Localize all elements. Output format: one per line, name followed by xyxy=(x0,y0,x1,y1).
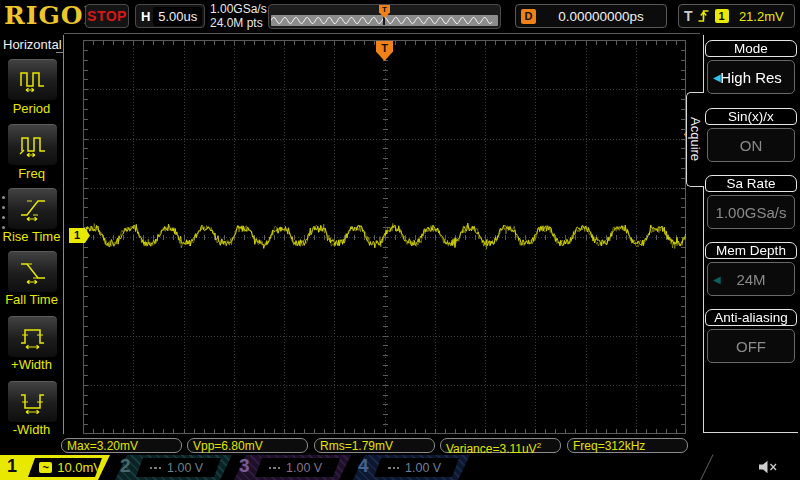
delay-value: 0.00000000ps xyxy=(536,9,666,24)
ac-coupling-icon: ~ xyxy=(39,462,52,473)
freq-icon xyxy=(18,132,48,158)
acquire-tab-label: Acquire xyxy=(688,117,703,161)
variance-readout: Variance=3.11uV xyxy=(446,442,537,456)
dc-coupling-icon xyxy=(150,467,161,469)
rising-edge-icon xyxy=(697,8,710,24)
channel1-number: 1 xyxy=(7,456,17,477)
mode-value: High Res xyxy=(720,69,782,86)
measure-rise-time-button[interactable] xyxy=(7,187,58,230)
measurement-variance: Variance=3.11uV2 xyxy=(440,438,561,453)
fall-time-label: Fall Time xyxy=(0,292,63,307)
trigger-box[interactable]: T 1 21.2mV xyxy=(678,4,795,28)
channel1-settings-box[interactable]: ~ 10.0mV xyxy=(28,458,102,477)
sa-rate-label: Sa Rate xyxy=(705,175,797,192)
plus-width-icon xyxy=(18,324,48,350)
period-label: Period xyxy=(0,101,63,116)
channel4-scale: 1.00 V xyxy=(405,461,441,475)
measure-minus-width-button[interactable] xyxy=(7,380,58,423)
mem-depth-value: 24M xyxy=(736,271,765,288)
horizontal-timebase-box[interactable]: H 5.00us xyxy=(135,4,205,28)
mode-label: Mode xyxy=(705,40,797,57)
trigger-label: T xyxy=(684,8,693,24)
measure-period-button[interactable] xyxy=(7,58,58,101)
measurement-freq: Freq=312kHz xyxy=(567,438,688,453)
anti-aliasing-value-button[interactable]: OFF xyxy=(707,329,795,363)
vpp-readout: Vpp=6.80mV xyxy=(193,439,263,453)
channel2-scale: 1.00 V xyxy=(167,461,203,475)
anti-aliasing-value: OFF xyxy=(736,338,766,355)
acquire-menu-tab[interactable]: Acquire xyxy=(686,92,704,187)
speaker-muted-icon[interactable] xyxy=(757,460,779,474)
variance-exponent: 2 xyxy=(537,441,541,450)
max-readout: Max=3.20mV xyxy=(67,439,138,453)
channel4-settings-box[interactable]: 1.00 V xyxy=(374,458,459,477)
sa-rate-value-text: 1.00GSa/s xyxy=(716,204,787,221)
run-state-button[interactable]: STOP xyxy=(85,4,129,28)
left-panel-border xyxy=(63,35,64,434)
measure-fall-time-button[interactable] xyxy=(7,250,58,293)
period-icon xyxy=(18,67,48,93)
delay-box[interactable]: D 0.00000000ps xyxy=(515,4,667,28)
freq-readout: Freq=312kHz xyxy=(573,439,645,453)
delay-label: D xyxy=(521,9,536,24)
left-menu-title-underline xyxy=(56,52,64,53)
sample-rate: 1.00GSa/s xyxy=(210,2,267,16)
horizontal-label: H xyxy=(141,9,150,24)
right-panel-frame xyxy=(703,35,798,433)
channel2-number: 2 xyxy=(120,455,131,477)
measure-plus-width-button[interactable] xyxy=(7,315,58,358)
left-arrow-dim-icon: ◀ xyxy=(713,274,721,285)
memory-points: 24.0M pts xyxy=(210,16,267,30)
channel3-scale: 1.00 V xyxy=(286,461,322,475)
timebase-value: 5.00us xyxy=(153,7,202,26)
trigger-level-value: 21.2mV xyxy=(729,9,794,24)
minus-width-label: -Width xyxy=(0,422,63,437)
channel3-settings-box[interactable]: 1.00 V xyxy=(255,458,340,477)
freq-label: Freq xyxy=(0,166,63,181)
plus-width-label: +Width xyxy=(0,357,63,372)
plot-top-separator xyxy=(64,33,700,34)
fall-time-icon xyxy=(18,259,48,285)
menu-scroll-dots xyxy=(2,196,5,229)
rise-time-label: Rise Time xyxy=(0,229,63,244)
measurement-rms: Rms=1.79mV xyxy=(314,438,435,453)
trigger-source-badge: 1 xyxy=(715,9,729,23)
measurement-vpp: Vpp=6.80mV xyxy=(187,438,308,453)
sa-rate-value: 1.00GSa/s xyxy=(707,195,795,229)
left-arrow-icon: ◀ xyxy=(713,72,721,83)
mem-depth-label: Mem Depth xyxy=(705,242,797,259)
sinxx-label: Sin(x)/x xyxy=(705,108,797,125)
run-state-label: STOP xyxy=(87,8,127,24)
measurement-max: Max=3.20mV xyxy=(61,438,182,453)
dc-coupling-icon xyxy=(269,467,280,469)
rise-time-icon xyxy=(18,196,48,222)
rms-readout: Rms=1.79mV xyxy=(320,439,393,453)
channel4-number: 4 xyxy=(358,455,369,477)
mode-value-button[interactable]: ◀ High Res xyxy=(707,60,795,94)
sinxx-value-button[interactable]: ON xyxy=(707,128,795,162)
channel3-number: 3 xyxy=(239,455,250,477)
sinxx-value: ON xyxy=(740,137,763,154)
channel2-settings-box[interactable]: 1.00 V xyxy=(136,458,221,477)
channel-bar-divider xyxy=(699,454,713,480)
anti-aliasing-label: Anti-aliasing xyxy=(705,309,797,326)
sample-rate-readout: 1.00GSa/s 24.0M pts xyxy=(210,2,267,30)
mem-depth-value-button[interactable]: ◀ 24M xyxy=(707,262,795,296)
minus-width-icon xyxy=(18,389,48,415)
measure-freq-button[interactable] xyxy=(7,123,58,166)
waveform-display[interactable] xyxy=(83,40,686,434)
channel1-scale: 10.0mV xyxy=(57,460,102,475)
dc-coupling-icon xyxy=(388,467,399,469)
left-menu-title: Horizontal xyxy=(3,37,62,52)
